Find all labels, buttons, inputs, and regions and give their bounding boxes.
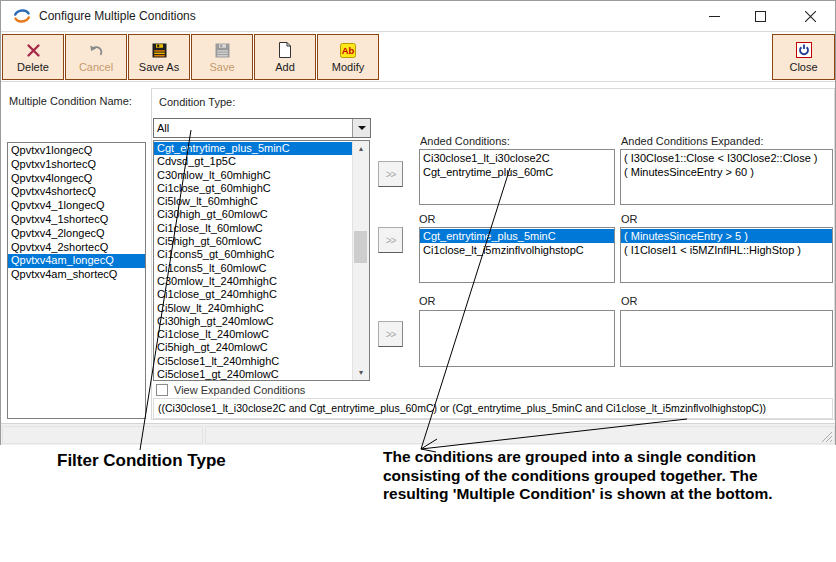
condition-type-label: Condition Type: xyxy=(159,96,235,108)
list-item[interactable]: Ci5low_lt_60mhighC xyxy=(154,195,353,208)
app-logo-icon xyxy=(12,6,32,26)
list-item[interactable]: Qpvtxv1shortecQ xyxy=(8,158,145,172)
list-item[interactable]: Ci5low_lt_240mhighC xyxy=(154,302,353,315)
list-item[interactable]: Qpvtxv4_2longecQ xyxy=(8,227,145,241)
toolbar-button-label: Close xyxy=(789,62,817,73)
move-to-group2-button[interactable]: >> xyxy=(378,227,403,253)
scrollbar-thumb[interactable] xyxy=(354,231,367,263)
toolbar-button-label: Delete xyxy=(17,62,49,73)
or-label: OR xyxy=(419,295,436,307)
list-item[interactable]: Ci5close1_lt_240mhighC xyxy=(154,355,353,368)
list-item[interactable]: Ci1close_gt_240mhighC xyxy=(154,288,353,301)
list-item[interactable]: Ci5close1_gt_240mlowC xyxy=(154,368,353,380)
move-to-group3-button[interactable]: >> xyxy=(378,321,403,347)
or-label: OR xyxy=(419,213,436,225)
list-item[interactable]: ( I30Close1::Close < I30Close2::Close ) xyxy=(621,151,832,165)
condition-type-list[interactable]: Cgt_entrytime_plus_5minCCdvsd_gt_1p5CC30… xyxy=(153,140,370,381)
toolbar-button-label: Save xyxy=(209,62,234,73)
anded-group2-list[interactable]: Cgt_entrytime_plus_5minCCi1close_lt_i5mz… xyxy=(419,227,615,283)
checkbox-label: View Expanded Conditions xyxy=(174,384,305,396)
floppy-disk-icon xyxy=(152,41,167,59)
anded-group3-expanded-list[interactable] xyxy=(620,310,833,367)
checkbox-icon[interactable] xyxy=(156,384,168,396)
vertical-scrollbar[interactable]: ▴ ▾ xyxy=(352,141,369,380)
delete-button[interactable]: Delete xyxy=(2,34,64,80)
maximize-button[interactable] xyxy=(737,1,783,31)
add-button[interactable]: Add xyxy=(254,34,316,80)
list-item[interactable]: Cgt_entrytime_plus_60mC xyxy=(420,165,614,179)
list-item[interactable]: C30mlow_lt_60mhighC xyxy=(154,169,353,182)
status-panel-left xyxy=(2,426,203,444)
list-item[interactable]: Qpvtxv4am_longecQ xyxy=(8,254,145,268)
list-item[interactable]: Cgt_entrytime_plus_5minC xyxy=(420,229,614,243)
dropdown-button[interactable] xyxy=(352,119,370,137)
list-item[interactable]: Qpvtxv4_1shortecQ xyxy=(8,213,145,227)
window-close-button[interactable] xyxy=(783,1,836,31)
toolbar: Delete Cancel xyxy=(1,31,835,82)
list-item[interactable]: Ci1close_gt_60mhighC xyxy=(154,182,353,195)
dropdown-selected-value: All xyxy=(154,122,352,134)
anded-group1-expanded-list[interactable]: ( I30Close1::Close < I30Close2::Close )(… xyxy=(620,149,833,205)
modify-button[interactable]: Ab Modify xyxy=(317,34,379,80)
view-expanded-conditions-checkbox[interactable]: View Expanded Conditions xyxy=(156,384,305,396)
scroll-down-icon[interactable]: ▾ xyxy=(353,365,369,380)
anded-conditions-label: Anded Conditions: xyxy=(420,135,510,147)
list-item[interactable]: Ci1cons5_gt_60mhighC xyxy=(154,248,353,261)
resize-grip-icon[interactable] xyxy=(821,431,833,443)
list-item[interactable]: Qpvtxv4longecQ xyxy=(8,172,145,186)
list-item[interactable]: Ci1close_lt_i5mzinflvolhighstopC xyxy=(420,243,614,257)
combined-condition-text: ((Ci30close1_lt_i30close2C and Cgt_entry… xyxy=(153,398,833,419)
grouping-annotation: The conditions are grouped into a single… xyxy=(383,448,791,504)
list-item[interactable]: ( I1CloseI1 < i5MZInflHL::HighStop ) xyxy=(621,243,832,257)
maximize-icon xyxy=(755,11,766,22)
new-page-icon xyxy=(278,41,292,59)
list-item[interactable]: Cgt_entrytime_plus_5minC xyxy=(154,142,353,155)
anded-group2-expanded-list[interactable]: ( MinutesSinceEntry > 5 )( I1CloseI1 < i… xyxy=(620,227,833,283)
toolbar-button-label: Save As xyxy=(139,62,179,73)
anded-group1-list[interactable]: Ci30close1_lt_i30close2CCgt_entrytime_pl… xyxy=(419,149,615,205)
window-close-icon xyxy=(805,11,816,22)
anded-group3-list[interactable] xyxy=(419,310,615,367)
condition-type-list-items[interactable]: Cgt_entrytime_plus_5minCCdvsd_gt_1p5CC30… xyxy=(154,142,353,380)
svg-text:Ab: Ab xyxy=(342,45,355,56)
title-bar: Configure Multiple Conditions xyxy=(1,1,835,31)
list-item[interactable]: Qpvtxv4_1longecQ xyxy=(8,199,145,213)
list-item[interactable]: Ci5high_gt_60mlowC xyxy=(154,235,353,248)
undo-arrow-icon xyxy=(88,41,104,59)
list-item[interactable]: ( MinutesSinceEntry > 60 ) xyxy=(621,165,832,179)
close-button[interactable]: Close xyxy=(772,34,835,80)
minimize-icon xyxy=(709,11,720,22)
list-item[interactable]: Ci30high_gt_240mlowC xyxy=(154,315,353,328)
scroll-up-icon[interactable]: ▴ xyxy=(353,141,369,156)
list-item[interactable]: ( MinutesSinceEntry > 5 ) xyxy=(621,229,832,243)
list-item[interactable]: Qpvtxv4am_shortecQ xyxy=(8,268,145,282)
minimize-button[interactable] xyxy=(691,1,737,31)
move-to-group1-button[interactable]: >> xyxy=(378,161,403,187)
toolbar-button-label: Add xyxy=(275,62,295,73)
power-icon xyxy=(796,41,812,59)
filter-condition-type-annotation: Filter Condition Type xyxy=(57,451,226,471)
window-title: Configure Multiple Conditions xyxy=(39,9,196,23)
list-item[interactable]: Qpvtxv4shortecQ xyxy=(8,185,145,199)
list-item[interactable]: Qpvtxv1longecQ xyxy=(8,144,145,158)
toolbar-button-label: Modify xyxy=(332,62,364,73)
status-panel-right xyxy=(205,426,835,444)
list-item[interactable]: Ci30high_gt_60mlowC xyxy=(154,208,353,221)
list-item[interactable]: Ci5high_gt_240mlowC xyxy=(154,341,353,354)
list-item[interactable]: Ci1close_lt_240mlowC xyxy=(154,328,353,341)
cancel-button: Cancel xyxy=(65,34,127,80)
list-item[interactable]: Qpvtxv4_2shortecQ xyxy=(8,241,145,255)
list-item[interactable]: Cdvsd_gt_1p5C xyxy=(154,155,353,168)
save-as-button[interactable]: Save As xyxy=(128,34,190,80)
list-item[interactable]: C30mlow_lt_240mhighC xyxy=(154,275,353,288)
app-window: Configure Multiple Conditions Delete xyxy=(0,0,836,445)
list-item[interactable]: Ci1close_lt_60mlowC xyxy=(154,222,353,235)
floppy-disk-gray-icon xyxy=(215,41,230,59)
list-item[interactable]: Ci30close1_lt_i30close2C xyxy=(420,151,614,165)
list-item[interactable]: Ci1cons5_lt_60mlowC xyxy=(154,262,353,275)
condition-type-filter-dropdown[interactable]: All xyxy=(153,118,371,138)
multiple-condition-name-list[interactable]: Qpvtxv1longecQQpvtxv1shortecQQpvtxv4long… xyxy=(7,142,146,419)
modify-ab-icon: Ab xyxy=(340,41,356,59)
or-label: OR xyxy=(621,213,638,225)
delete-x-icon xyxy=(26,41,41,59)
